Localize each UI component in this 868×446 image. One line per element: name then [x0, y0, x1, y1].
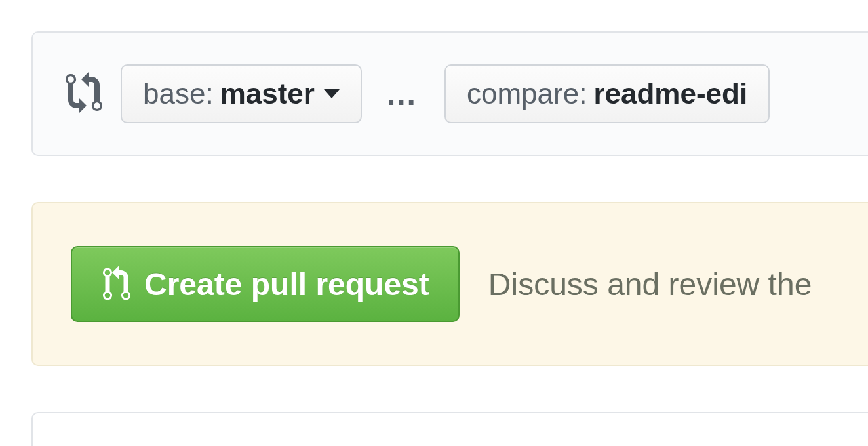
base-branch-value: master: [220, 77, 315, 110]
compare-branch-value: readme-edi: [593, 77, 747, 110]
create-pull-request-button[interactable]: Create pull request: [71, 246, 460, 322]
caret-down-icon: [324, 89, 340, 98]
git-compare-icon: [66, 71, 102, 116]
banner-description: Discuss and review the: [488, 266, 812, 302]
content-panel: [31, 412, 868, 446]
compare-branch-select[interactable]: compare: readme-edi: [444, 64, 770, 123]
base-branch-label: base:: [143, 77, 214, 110]
create-pr-button-label: Create pull request: [144, 266, 429, 302]
compare-branch-label: compare:: [467, 77, 587, 110]
create-pr-banner: Create pull request Discuss and review t…: [31, 202, 868, 366]
compare-branches-bar: base: master … compare: readme-edi: [31, 31, 868, 156]
compare-separator: …: [380, 76, 424, 112]
base-branch-select[interactable]: base: master: [121, 64, 362, 123]
git-pull-request-icon: [101, 266, 132, 302]
